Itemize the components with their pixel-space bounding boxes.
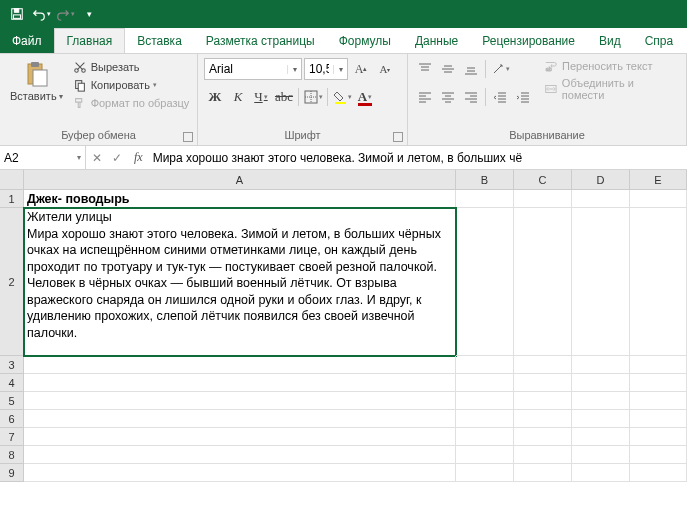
chevron-down-icon[interactable]: ▾ bbox=[287, 65, 301, 74]
cell-a2[interactable]: Жители улицы Мира хорошо знают этого чел… bbox=[24, 208, 456, 356]
font-name-combo[interactable]: ▾ bbox=[204, 58, 302, 80]
chevron-down-icon[interactable]: ▾ bbox=[77, 153, 81, 162]
tab-view[interactable]: Вид bbox=[587, 28, 633, 53]
column-header[interactable]: B bbox=[456, 170, 514, 190]
cell[interactable] bbox=[456, 392, 514, 410]
decrease-font-icon[interactable]: A▾ bbox=[374, 58, 396, 80]
font-dialog-launcher[interactable] bbox=[393, 132, 403, 142]
row-header[interactable]: 9 bbox=[0, 464, 24, 482]
cell[interactable] bbox=[630, 446, 687, 464]
qat-customize-icon[interactable]: ▾ bbox=[78, 3, 100, 25]
tab-review[interactable]: Рецензирование bbox=[470, 28, 587, 53]
cell[interactable] bbox=[456, 464, 514, 482]
cells-grid[interactable]: Джек- поводырь Жители улицы Мира хорошо … bbox=[24, 190, 687, 482]
font-color-button[interactable]: A▾ bbox=[354, 86, 376, 108]
increase-font-icon[interactable]: A▴ bbox=[350, 58, 372, 80]
cell[interactable] bbox=[24, 356, 456, 374]
cell[interactable] bbox=[572, 464, 630, 482]
merge-center-button[interactable]: Объединить и помести bbox=[542, 76, 680, 102]
align-left-button[interactable] bbox=[414, 86, 436, 108]
cell[interactable] bbox=[630, 464, 687, 482]
copy-button[interactable]: Копировать▾ bbox=[73, 76, 190, 94]
name-box-input[interactable] bbox=[4, 151, 62, 165]
row-header[interactable]: 8 bbox=[0, 446, 24, 464]
align-bottom-button[interactable] bbox=[460, 58, 482, 80]
tab-formulas[interactable]: Формулы bbox=[327, 28, 403, 53]
strikethrough-button[interactable]: abc bbox=[273, 86, 295, 108]
undo-icon[interactable]: ▾ bbox=[30, 3, 52, 25]
tab-insert[interactable]: Вставка bbox=[125, 28, 194, 53]
fill-color-button[interactable]: ▾ bbox=[331, 86, 353, 108]
enter-formula-icon[interactable]: ✓ bbox=[112, 151, 122, 165]
cell[interactable] bbox=[514, 464, 572, 482]
cell[interactable] bbox=[24, 374, 456, 392]
formula-input[interactable] bbox=[149, 146, 687, 169]
cut-button[interactable]: Вырезать bbox=[73, 58, 190, 76]
align-top-button[interactable] bbox=[414, 58, 436, 80]
cell[interactable] bbox=[456, 374, 514, 392]
tab-help[interactable]: Спра bbox=[633, 28, 686, 53]
wrap-text-button[interactable]: abПереносить текст bbox=[542, 58, 680, 74]
fx-icon[interactable]: fx bbox=[134, 150, 143, 165]
row-header[interactable]: 5 bbox=[0, 392, 24, 410]
column-header[interactable]: A bbox=[24, 170, 456, 190]
row-header[interactable]: 7 bbox=[0, 428, 24, 446]
cell[interactable] bbox=[514, 446, 572, 464]
decrease-indent-button[interactable] bbox=[489, 86, 511, 108]
cell[interactable] bbox=[24, 410, 456, 428]
cell[interactable] bbox=[630, 410, 687, 428]
cell[interactable] bbox=[630, 374, 687, 392]
cell[interactable] bbox=[24, 446, 456, 464]
cell[interactable] bbox=[572, 446, 630, 464]
borders-button[interactable]: ▾ bbox=[302, 86, 324, 108]
font-size-combo[interactable]: ▾ bbox=[304, 58, 348, 80]
cell[interactable] bbox=[630, 428, 687, 446]
cell[interactable] bbox=[572, 428, 630, 446]
redo-icon[interactable]: ▾ bbox=[54, 3, 76, 25]
row-header[interactable]: 6 bbox=[0, 410, 24, 428]
cell[interactable] bbox=[630, 190, 687, 208]
cell[interactable] bbox=[456, 208, 514, 356]
cell[interactable] bbox=[456, 428, 514, 446]
column-header[interactable]: D bbox=[572, 170, 630, 190]
tab-data[interactable]: Данные bbox=[403, 28, 470, 53]
font-name-input[interactable] bbox=[205, 62, 287, 76]
tab-file[interactable]: Файл bbox=[0, 28, 54, 53]
cell[interactable] bbox=[630, 392, 687, 410]
row-header[interactable]: 3 bbox=[0, 356, 24, 374]
tab-home[interactable]: Главная bbox=[54, 28, 126, 53]
cancel-formula-icon[interactable]: ✕ bbox=[92, 151, 102, 165]
font-size-input[interactable] bbox=[305, 62, 333, 76]
orientation-button[interactable]: ▾ bbox=[489, 58, 511, 80]
chevron-down-icon[interactable]: ▾ bbox=[333, 65, 347, 74]
cell[interactable] bbox=[514, 428, 572, 446]
align-middle-button[interactable] bbox=[437, 58, 459, 80]
cell[interactable] bbox=[514, 356, 572, 374]
italic-button[interactable]: К bbox=[227, 86, 249, 108]
clipboard-dialog-launcher[interactable] bbox=[183, 132, 193, 142]
cell[interactable] bbox=[514, 410, 572, 428]
cell[interactable] bbox=[456, 446, 514, 464]
underline-button[interactable]: Ч▾ bbox=[250, 86, 272, 108]
cell[interactable] bbox=[514, 190, 572, 208]
save-icon[interactable] bbox=[6, 3, 28, 25]
bold-button[interactable]: Ж bbox=[204, 86, 226, 108]
cell[interactable] bbox=[456, 410, 514, 428]
tab-page-layout[interactable]: Разметка страницы bbox=[194, 28, 327, 53]
format-painter-button[interactable]: Формат по образцу bbox=[73, 94, 190, 112]
select-all-corner[interactable] bbox=[0, 170, 24, 190]
align-right-button[interactable] bbox=[460, 86, 482, 108]
paste-button[interactable]: Вставить▾ bbox=[6, 58, 67, 102]
name-box[interactable]: ▾ bbox=[0, 146, 86, 169]
cell[interactable] bbox=[514, 374, 572, 392]
align-center-button[interactable] bbox=[437, 86, 459, 108]
row-header[interactable]: 1 bbox=[0, 190, 24, 208]
cell-a1[interactable]: Джек- поводырь bbox=[24, 190, 456, 208]
cell[interactable] bbox=[572, 374, 630, 392]
cell[interactable] bbox=[24, 464, 456, 482]
column-header[interactable]: C bbox=[514, 170, 572, 190]
cell[interactable] bbox=[456, 356, 514, 374]
cell[interactable] bbox=[456, 190, 514, 208]
cell[interactable] bbox=[630, 356, 687, 374]
cell[interactable] bbox=[24, 392, 456, 410]
